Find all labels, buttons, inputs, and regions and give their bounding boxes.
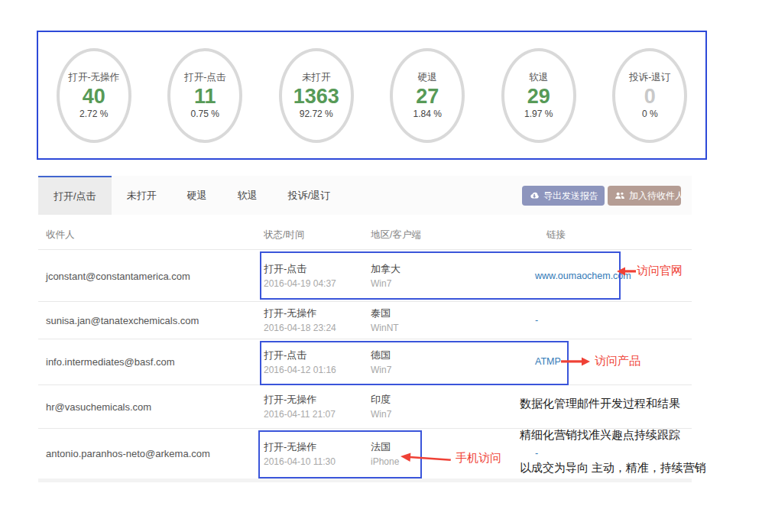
stat-circle-hard-bounce: 硬退 27 1.84 % — [390, 48, 465, 143]
recipient-email: jconstant@constantamerica.com — [46, 270, 190, 281]
client-text: iPhone — [371, 456, 399, 467]
stats-panel: 打开-无操作 40 2.72 % 打开-点击 11 0.75 % 未打开 136… — [37, 31, 707, 160]
stat-label: 硬退 — [418, 71, 437, 84]
stat-value: 1363 — [293, 84, 339, 109]
region-client-cell: 加拿大 Win7 — [371, 250, 400, 301]
region-text: 加拿大 — [371, 262, 400, 276]
users-icon — [614, 191, 625, 200]
client-text: Win7 — [371, 278, 400, 289]
stat-circle-soft-bounce: 软退 29 1.97 % — [501, 48, 576, 143]
left-arrow-icon — [617, 267, 636, 276]
add-recipients-button[interactable]: 加入待收件人 — [608, 186, 681, 206]
region-client-cell: 泰国 WinNT — [371, 301, 399, 339]
clicked-link-product[interactable]: ATMP — [535, 356, 561, 367]
table-row: jconstant@constantamerica.com 打开-点击 2016… — [38, 250, 692, 301]
stat-value: 11 — [194, 84, 216, 109]
client-text: Win7 — [371, 365, 391, 375]
link-placeholder: - — [535, 315, 538, 326]
region-text: 德国 — [371, 349, 391, 362]
region-client-cell: 印度 Win7 — [371, 384, 391, 428]
export-report-label: 导出发送报告 — [543, 190, 598, 203]
cloud-download-icon — [529, 191, 540, 200]
column-header-region-client: 地区/客户端 — [371, 229, 421, 242]
annotation-note-3: 以成交为导向 主动，精准，持续营销 — [520, 461, 706, 475]
stat-value: 40 — [83, 84, 105, 109]
stat-percent: 0.75 % — [191, 109, 219, 119]
stat-circle-complaint-unsubscribe: 投诉-退订 0 0 % — [612, 48, 687, 143]
column-header-status-time: 状态/时间 — [264, 229, 304, 242]
tab-label: 未打开 — [127, 189, 157, 203]
annotation-visit-product: 访问产品 — [595, 354, 640, 368]
timestamp: 2016-04-10 11:30 — [264, 456, 336, 467]
table-row: info.intermediates@basf.com 打开-点击 2016-0… — [38, 339, 692, 384]
status-text: 打开-无操作 — [264, 440, 336, 454]
recipient-email: sunisa.jan@tanatexchemicals.com — [46, 314, 199, 326]
column-header-link: 链接 — [546, 229, 566, 242]
tab-not-opened[interactable]: 未打开 — [112, 176, 172, 215]
annotation-visit-site: 访问官网 — [637, 264, 683, 278]
status-text: 打开-点击 — [264, 349, 336, 362]
tab-open-clicked[interactable]: 打开/点击 — [38, 176, 112, 215]
link-placeholder: - — [535, 448, 538, 459]
stat-label: 打开-点击 — [184, 71, 225, 84]
tab-complaint-unsubscribe[interactable]: 投诉/退订 — [273, 176, 346, 215]
tab-label: 软退 — [238, 189, 258, 203]
tab-hard-bounce[interactable]: 硬退 — [172, 176, 222, 215]
stat-percent: 92.72 % — [300, 109, 333, 119]
tab-label: 投诉/退订 — [288, 189, 331, 203]
stat-label: 投诉-退订 — [629, 71, 670, 84]
tab-label: 硬退 — [187, 189, 207, 203]
stat-percent: 2.72 % — [79, 109, 108, 119]
export-report-button[interactable]: 导出发送报告 — [522, 186, 605, 206]
stat-circle-not-opened: 未打开 1363 92.72 % — [279, 48, 354, 143]
annotation-note-2: 精细化营销找准兴趣点持续跟踪 — [520, 428, 680, 443]
table-row: sunisa.jan@tanatexchemicals.com 打开-无操作 2… — [38, 301, 692, 339]
status-time-cell: 打开-点击 2016-04-19 04:37 — [264, 250, 336, 301]
status-time-cell: 打开-无操作 2016-04-11 21:07 — [264, 384, 336, 428]
recipient-email: hr@vasuchemicals.com — [46, 401, 151, 412]
recipient-email: info.intermediates@basf.com — [46, 356, 175, 368]
status-text: 打开-无操作 — [264, 393, 336, 407]
stat-value: 27 — [416, 84, 439, 109]
region-text: 法国 — [371, 440, 399, 454]
timestamp: 2016-04-18 23:24 — [264, 323, 336, 333]
stat-circle-open-no-action: 打开-无操作 40 2.72 % — [57, 48, 131, 143]
timestamp: 2016-04-11 21:07 — [264, 409, 336, 420]
stat-label: 未打开 — [302, 71, 331, 84]
stat-percent: 1.97 % — [524, 109, 553, 119]
recipient-email: antonio.paranhos-neto@arkema.com — [46, 448, 210, 459]
status-text: 打开-无操作 — [264, 307, 336, 320]
stat-value: 29 — [527, 84, 550, 109]
region-text: 印度 — [371, 393, 391, 407]
region-client-cell: 德国 Win7 — [371, 339, 391, 384]
annotation-note-1: 数据化管理邮件开发过程和结果 — [520, 397, 680, 411]
client-text: WinNT — [371, 323, 399, 333]
tab-label: 打开/点击 — [54, 190, 96, 203]
status-time-cell: 打开-无操作 2016-04-10 11:30 — [264, 428, 336, 478]
stat-label: 软退 — [529, 71, 548, 84]
region-client-cell: 法国 iPhone — [371, 428, 399, 478]
tab-soft-bounce[interactable]: 软退 — [222, 176, 273, 215]
stat-label: 打开-无操作 — [68, 71, 119, 84]
region-text: 泰国 — [371, 307, 399, 320]
stat-circle-open-clicked: 打开-点击 11 0.75 % — [167, 48, 242, 143]
stat-percent: 0 % — [642, 109, 658, 119]
status-time-cell: 打开-无操作 2016-04-18 23:24 — [264, 301, 336, 339]
stat-percent: 1.84 % — [413, 109, 442, 119]
timestamp: 2016-04-19 04:37 — [264, 278, 336, 289]
timestamp: 2016-04-12 01:16 — [264, 365, 336, 375]
table-bottom-band — [38, 478, 692, 482]
annotation-mobile-visit: 手机访问 — [456, 451, 501, 466]
stat-value: 0 — [644, 84, 656, 109]
add-recipients-label: 加入待收件人 — [629, 190, 684, 203]
status-time-cell: 打开-点击 2016-04-12 01:16 — [264, 339, 336, 384]
client-text: Win7 — [371, 409, 391, 420]
status-text: 打开-点击 — [264, 262, 336, 276]
column-header-recipient: 收件人 — [46, 229, 75, 242]
right-arrow-icon — [561, 357, 590, 366]
